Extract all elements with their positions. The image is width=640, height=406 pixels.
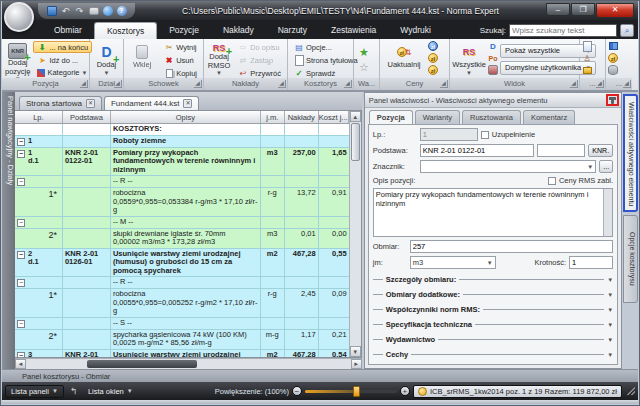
table-row[interactable]: −3 d.1KNR 2-01 0126-02Usunięcie warstwy …: [15, 350, 349, 358]
add-rmso-button[interactable]: RS+ Dodaj RMSO▼: [206, 41, 232, 77]
column-header[interactable]: Nakłady: [285, 111, 319, 123]
search-input[interactable]: [509, 24, 617, 37]
section-header[interactable]: Cechy▼: [373, 348, 613, 361]
podstawa-field[interactable]: [420, 144, 535, 157]
table-row[interactable]: −2 d.1KNR 2-01 0126-01Usunięcie warstwy …: [15, 249, 349, 278]
lista-paneli-button[interactable]: Lista paneli▼: [5, 385, 64, 398]
table-row[interactable]: −-- M --: [15, 217, 349, 229]
scroll-left-icon[interactable]: ◄: [15, 359, 26, 369]
app-logo[interactable]: [4, 2, 34, 32]
kategorie-button[interactable]: Kategorie▼: [33, 67, 92, 78]
delete-button[interactable]: ✖Usuń: [160, 54, 201, 66]
bottom-panel-obmiar[interactable]: Panel kosztorysu - Obmiar: [2, 369, 638, 382]
table-row[interactable]: −1 d.1KNR 2-01 0122-01Pomiary przy wykop…: [15, 148, 349, 177]
table-row[interactable]: −-- S --: [15, 318, 349, 330]
scroll-thumb[interactable]: [351, 123, 360, 161]
ribbon-tab-zestawienia[interactable]: Zestawienia: [319, 22, 388, 39]
section-header[interactable]: Współczynniki norm RMS:▼: [373, 303, 613, 316]
column-header[interactable]: Podstawa: [63, 111, 111, 123]
properties-tab-rusztowania[interactable]: Rusztowania: [462, 110, 521, 124]
document-tab[interactable]: Strona startowa✕: [19, 96, 102, 110]
scroll-right-icon[interactable]: ►: [351, 359, 362, 369]
d-view-icon[interactable]: D: [488, 41, 498, 51]
properties-tab-warianty[interactable]: Warianty: [415, 110, 460, 124]
price-coin-icon[interactable]: zł: [428, 41, 438, 51]
dialog-launcher-icon[interactable]: ◢: [80, 80, 88, 88]
scroll-down-icon[interactable]: ▼: [350, 346, 361, 357]
section-header[interactable]: Obmiary dodatkowe:▼: [373, 288, 613, 301]
save-icon[interactable]: [46, 5, 57, 16]
collapse-icon[interactable]: −: [17, 279, 25, 287]
column-header[interactable]: Koszt j...: [319, 111, 349, 123]
column-header[interactable]: Opisy: [111, 111, 261, 123]
add-position-button[interactable]: KNR+ Dodaj pozycję▼: [4, 41, 31, 77]
do-opisu-button[interactable]: ⇨Do opisu: [234, 41, 285, 53]
person-icon[interactable]: ♙: [582, 53, 592, 63]
column-header[interactable]: Lp.: [15, 111, 63, 123]
znacznik-dropdown[interactable]: ▼: [420, 160, 597, 173]
zl-coin-icon[interactable]: zł: [608, 53, 618, 63]
price-coin-icon[interactable]: zł: [428, 53, 438, 63]
table-row[interactable]: 1*robocizna 0,0055*0,955=0,005252 r-g/m2…: [15, 289, 349, 318]
document-tab[interactable]: Fundament 444.kst✕: [104, 96, 199, 110]
dialog-launcher-icon[interactable]: ◢: [114, 80, 122, 88]
textarea-scrollbar[interactable]: [603, 189, 612, 236]
zoom-slider-thumb[interactable]: [353, 386, 360, 397]
lista-okien-button[interactable]: Lista okien▼: [83, 386, 138, 397]
variant-star-off-button[interactable]: ☆: [356, 61, 372, 73]
dialog-launcher-icon[interactable]: ◢: [570, 80, 578, 88]
paste-button[interactable]: Wklej: [126, 41, 158, 77]
pin-icon[interactable]: [611, 97, 614, 104]
collapse-icon[interactable]: −: [17, 352, 25, 358]
section-header[interactable]: Wydawnictwo▼: [373, 333, 613, 346]
undo-icon[interactable]: ↶: [60, 5, 71, 16]
column-header[interactable]: j.m.: [261, 111, 285, 123]
properties-tab-komentarz[interactable]: Komentarz: [523, 110, 575, 124]
zoom-slider[interactable]: [305, 390, 397, 393]
books-icon[interactable]: [608, 41, 618, 51]
close-icon[interactable]: ✕: [86, 99, 95, 108]
dialog-launcher-icon[interactable]: ◢: [194, 80, 202, 88]
properties-tab-pozycja[interactable]: Pozycja: [369, 110, 413, 124]
table-row[interactable]: 2*spycharka gąsienicowa 74 kW (100 KM) 0…: [15, 330, 349, 350]
horizontal-scrollbar[interactable]: ◄ ►: [15, 358, 362, 369]
notebook-icon[interactable]: [582, 41, 592, 51]
maximize-button[interactable]: ❐: [571, 3, 595, 16]
table-row[interactable]: 1*robocizna 0,0559*0,955=0,053384 r-g/m3…: [15, 188, 349, 217]
price-coin-icon[interactable]: zł: [428, 65, 438, 75]
right-panel-tab[interactable]: Opcje kosztorysu: [623, 215, 638, 303]
strona-tytulowa-button[interactable]: Strona tytułowa: [290, 54, 362, 66]
camera-view-icon[interactable]: [488, 65, 498, 75]
collapse-icon[interactable]: −: [17, 251, 25, 259]
dialog-launcher-icon[interactable]: ◢: [440, 80, 448, 88]
opcje-button[interactable]: ▤Opcje...: [290, 41, 362, 53]
section-header[interactable]: Szczegóły obmiaru:▼: [373, 273, 613, 286]
dialog-launcher-icon[interactable]: ◢: [344, 80, 352, 88]
na-koncu-button[interactable]: ⬇... na końcu: [33, 41, 92, 53]
table-row[interactable]: −1Roboty ziemne: [15, 136, 349, 148]
cut-button[interactable]: ✂Wytnij: [160, 41, 201, 53]
add-section-button[interactable]: D+ Dodaj▼: [92, 41, 121, 77]
opis-pozycji-textarea[interactable]: Pomiary przy wykopach fundamentowych w t…: [373, 188, 613, 237]
dialog-launcher-icon[interactable]: ◢: [623, 80, 631, 88]
uaktualnij-button[interactable]: zł⇅ Uaktualnij: [382, 41, 426, 77]
zoom-out-icon[interactable]: −: [292, 386, 302, 396]
krotnosc-field[interactable]: [569, 256, 613, 269]
search-icon[interactable]: ⌕: [620, 24, 634, 37]
ribbon-tab-kosztorys[interactable]: Kosztorys: [94, 22, 157, 39]
close-icon[interactable]: ✕: [183, 99, 192, 108]
vertical-scrollbar[interactable]: ▲ ▼: [349, 111, 361, 357]
obmiar-field[interactable]: [410, 240, 613, 253]
po-view-icon[interactable]: Po: [488, 53, 498, 63]
ribbon-tab-wydruki[interactable]: Wydruki: [388, 22, 443, 39]
ribbon-tab-narzuty[interactable]: Narzuty: [266, 22, 319, 39]
close-button[interactable]: ✕: [596, 3, 634, 18]
ribbon-tab-obmiar[interactable]: Obmiar: [42, 22, 94, 39]
collapse-icon[interactable]: −: [17, 138, 25, 146]
price-base-info[interactable]: ICB_srRMS_1kw2014 poz. 1 z 19 Razem: 119…: [413, 385, 622, 398]
collapse-icon[interactable]: −: [17, 219, 25, 227]
resize-grip[interactable]: [627, 387, 635, 395]
dialog-launcher-icon[interactable]: ◢: [596, 80, 604, 88]
ribbon-tab-pozycje[interactable]: Pozycje: [157, 22, 211, 39]
database-icon[interactable]: [608, 65, 618, 75]
